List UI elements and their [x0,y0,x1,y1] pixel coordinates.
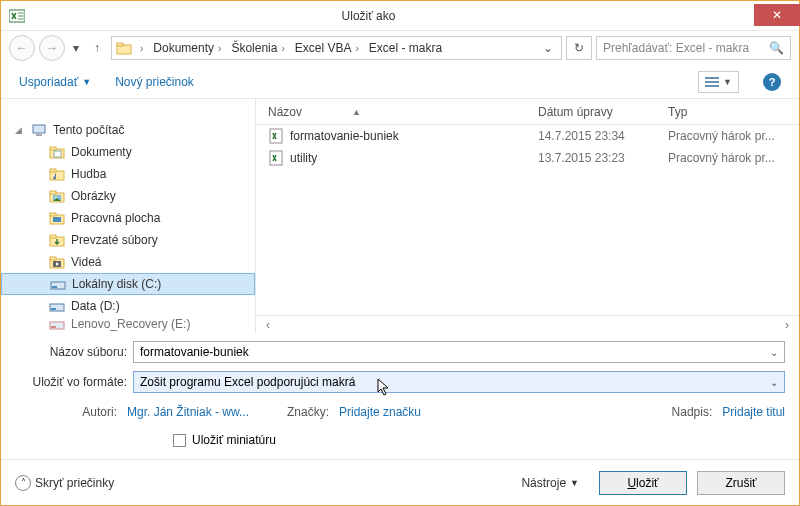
col-date[interactable]: Dátum úpravy [538,105,668,119]
thumbnail-checkbox[interactable] [173,434,186,447]
drive-icon [50,276,66,292]
footer: ˄ Skryť priečinky Nástroje ▼ Uložiť Zruš… [1,459,799,505]
tree-item-music[interactable]: Hudba [1,163,255,185]
folder-icon [49,188,65,204]
address-bar[interactable]: › Dokumenty› Školenia› Excel VBA› Excel … [111,36,562,60]
computer-icon [31,122,47,138]
up-button[interactable]: ↑ [87,37,107,59]
col-name[interactable]: Názov▲ [268,105,538,119]
toolbar: Usporiadať ▼ Nový priečinok ▼ ? [1,65,799,99]
drive-icon [49,298,65,314]
tree-item-recovery-e[interactable]: Lenovo_Recovery (E:) [1,317,255,331]
new-folder-button[interactable]: Nový priečinok [115,75,194,89]
svg-rect-1 [18,12,24,14]
svg-rect-9 [33,125,45,133]
window-title: Uložiť ako [33,9,704,23]
crumb-sep[interactable]: › [136,43,147,54]
view-icon [705,76,719,88]
filename-label: Názov súboru: [23,345,127,359]
crumb-2[interactable]: Excel VBA› [291,41,363,55]
file-row[interactable]: utility 13.7.2015 23:23 Pracovný hárok p… [256,147,799,169]
excel-icon [7,6,27,26]
svg-point-19 [55,196,57,198]
authors-label: Autori: [55,405,117,419]
close-icon: ✕ [772,8,782,22]
svg-rect-13 [54,151,61,157]
svg-rect-6 [705,77,719,79]
crumb-1[interactable]: Školenia› [227,41,288,55]
title-value[interactable]: Pridajte titul [722,405,785,419]
excel-file-icon [268,128,284,144]
forward-button[interactable]: → [39,35,65,61]
expand-icon[interactable]: ◢ [15,125,25,135]
horizontal-scrollbar[interactable]: ‹ › [256,315,799,333]
title-label: Nadpis: [650,405,712,419]
scroll-left-icon[interactable]: ‹ [260,318,276,332]
sort-asc-icon: ▲ [352,107,361,117]
cancel-button[interactable]: Zrušiť [697,471,785,495]
tree-item-videos[interactable]: Videá [1,251,255,273]
close-button[interactable]: ✕ [754,4,800,26]
chevron-up-icon: ˄ [15,475,31,491]
nav-tree: ◢ Tento počítač Dokumenty Hudba Obrázky … [1,99,256,333]
excel-file-icon [268,150,284,166]
filename-input[interactable]: formatovanie-buniek ⌄ [133,341,785,363]
svg-rect-22 [53,217,61,222]
view-button[interactable]: ▼ [698,71,739,93]
body: ◢ Tento počítač Dokumenty Hudba Obrázky … [1,99,799,333]
organize-button[interactable]: Usporiadať ▼ [19,75,91,89]
file-list[interactable]: formatovanie-buniek 14.7.2015 23:34 Prac… [256,125,799,315]
search-input[interactable]: Prehľadávať: Excel - makra 🔍 [596,36,791,60]
svg-rect-29 [52,286,57,288]
svg-rect-10 [36,134,42,136]
tree-item-pictures[interactable]: Obrázky [1,185,255,207]
back-button[interactable]: ← [9,35,35,61]
chevron-down-icon[interactable]: ⌄ [770,347,778,358]
drive-icon [49,317,65,331]
crumb-0[interactable]: Dokumenty› [149,41,225,55]
tags-value[interactable]: Pridajte značku [339,405,469,419]
address-dropdown[interactable]: ⌄ [539,41,557,55]
refresh-button[interactable]: ↻ [566,36,592,60]
svg-rect-31 [51,308,56,310]
column-headers: Názov▲ Dátum úpravy Typ [256,99,799,125]
chevron-down-icon: ▼ [570,478,579,488]
format-label: Uložiť vo formáte: [23,375,127,389]
col-type[interactable]: Typ [668,105,799,119]
authors-value[interactable]: Mgr. Ján Žitniak - ww... [127,405,257,419]
svg-rect-8 [705,85,719,87]
navbar: ← → ▾ ↑ › Dokumenty› Školenia› Excel VBA… [1,31,799,65]
tree-root[interactable]: ◢ Tento počítač [1,119,255,141]
svg-rect-24 [50,235,56,238]
format-select[interactable]: Zošit programu Excel podporujúci makrá ⌄ [133,371,785,393]
folder-icon [49,232,65,248]
folder-icon [49,210,65,226]
thumbnail-label: Uložiť miniatúru [192,433,276,447]
tree-item-documents[interactable]: Dokumenty [1,141,255,163]
svg-rect-2 [18,15,24,17]
tree-item-downloads[interactable]: Prevzaté súbory [1,229,255,251]
svg-rect-21 [50,213,56,216]
svg-rect-15 [50,169,56,172]
tools-button[interactable]: Nástroje ▼ [521,476,579,490]
file-pane: Názov▲ Dátum úpravy Typ formatovanie-bun… [256,99,799,333]
folder-icon [49,144,65,160]
crumb-3[interactable]: Excel - makra [365,41,446,55]
chevron-down-icon: ▼ [82,77,91,87]
hide-folders-button[interactable]: ˄ Skryť priečinky [15,475,114,491]
tree-item-data-d[interactable]: Data (D:) [1,295,255,317]
file-row[interactable]: formatovanie-buniek 14.7.2015 23:34 Prac… [256,125,799,147]
recent-button[interactable]: ▾ [69,39,83,57]
svg-rect-12 [50,147,56,150]
chevron-down-icon[interactable]: ⌄ [770,377,778,388]
svg-rect-34 [270,129,282,143]
svg-rect-7 [705,81,719,83]
svg-rect-5 [117,43,123,46]
search-icon: 🔍 [769,41,784,55]
help-button[interactable]: ? [763,73,781,91]
scroll-right-icon[interactable]: › [779,318,795,332]
save-button[interactable]: Uložiť [599,471,687,495]
tree-item-desktop[interactable]: Pracovná plocha [1,207,255,229]
folder-icon [49,254,65,270]
tree-item-local-c[interactable]: Lokálny disk (C:) [1,273,255,295]
